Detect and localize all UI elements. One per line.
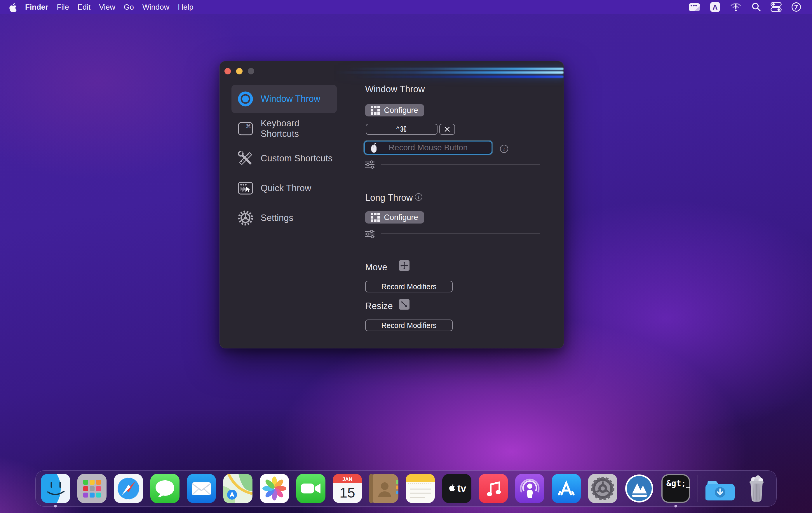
info-icon-long-throw[interactable]: i [415,193,422,201]
dock-item-mail[interactable] [187,474,216,503]
close-button[interactable] [225,68,231,74]
zoom-button[interactable] [248,68,254,74]
resize-cursor-icon [399,299,409,310]
app-window-icon[interactable] [688,2,700,12]
sidebar-label: Quick Throw [261,183,311,193]
dock-item-facetime[interactable] [296,474,325,503]
dock-item-safari[interactable] [114,474,143,503]
spotlight-icon[interactable] [751,2,761,12]
menu-item-edit[interactable]: Edit [77,3,90,12]
configure-button-long-throw[interactable]: Configure [365,211,424,223]
terminal-icon: &gt;_ [661,474,690,503]
desktop: Finder File Edit View Go Window Help A [0,0,812,513]
resize-label: Resize [365,301,393,311]
messages-icon [150,474,179,503]
svg-text:15: 15 [340,485,355,501]
menu-app-name[interactable]: Finder [25,3,48,12]
dock-item-apple-tv[interactable]: tv [442,474,471,503]
sidebar-label: Settings [261,213,293,223]
sidebar-item-settings[interactable]: Settings [231,204,337,232]
shortcut-value: ^⌘ [396,125,407,134]
dock-item-music[interactable] [479,474,508,503]
dock-item-maps[interactable] [223,474,253,503]
svg-text:&gt;_: &gt;_ [666,479,690,488]
menu-item-window[interactable]: Window [142,3,169,12]
mail-icon [187,474,216,503]
section-title-window-throw: Window Throw [365,84,425,95]
dock-item-calendar[interactable]: JAN 15 [333,474,362,503]
svg-text:tv: tv [457,483,466,494]
svg-text:⌘: ⌘ [246,123,251,129]
dock-item-launchpad[interactable] [77,474,107,503]
system-preferences-icon [588,474,617,503]
record-mouse-button-field[interactable]: Record Mouse Button [364,141,492,155]
dock-item-system-preferences[interactable] [588,474,617,503]
dock-item-podcasts[interactable] [515,474,544,503]
window-cursors-icon [235,181,256,196]
dock-item-photos[interactable] [260,474,289,503]
clear-shortcut-button[interactable] [439,124,455,135]
info-icon-mouse[interactable]: i [500,145,508,153]
dock-item-messages[interactable] [150,474,179,503]
app-store-icon [552,474,581,503]
move-label: Move [365,262,387,273]
grid-icon [371,106,380,115]
clock-icon[interactable] [791,2,802,12]
menu-item-help[interactable]: Help [178,3,193,12]
minimize-button[interactable] [236,68,242,74]
podcasts-icon [515,474,544,503]
wifi-alert-icon[interactable] [730,2,742,12]
dock-item-trash[interactable] [742,474,771,503]
dock-item-terminal[interactable]: &gt;_ [661,474,690,503]
dock-item-hookshot[interactable] [625,474,654,503]
sidebar-label: Custom Shortcuts [261,153,332,164]
control-center-icon[interactable] [771,2,782,12]
maps-icon [223,474,253,503]
dock-item-contacts[interactable] [369,474,398,503]
downloads-folder-icon [705,474,735,503]
menu-bar: Finder File Edit View Go Window Help A [0,0,812,14]
move-cursor-icon [399,260,409,271]
dock-item-downloads[interactable] [705,474,735,503]
divider [381,234,540,234]
advanced-options-toggle-window-throw[interactable] [365,160,375,171]
record-modifiers-button-resize[interactable]: Record Modifiers [365,320,453,331]
sidebar-item-window-throw[interactable]: Window Throw [231,85,337,113]
dock-item-notes[interactable] [406,474,435,503]
calendar-icon: JAN 15 [333,474,362,503]
music-icon [479,474,508,503]
apple-tv-icon: tv [442,474,471,503]
advanced-options-toggle-long-throw[interactable] [365,229,375,240]
finder-icon [41,474,70,503]
menu-item-file[interactable]: File [57,3,69,12]
grid-icon [371,213,380,222]
configure-label: Configure [384,106,418,115]
photos-icon [260,474,289,503]
shortcut-field[interactable]: ^⌘ [366,124,437,135]
facetime-icon [296,474,325,503]
configure-button-window-throw[interactable]: Configure [365,104,424,116]
sliders-icon [365,229,375,239]
menu-item-go[interactable]: Go [124,3,134,12]
dock: JAN 15 [35,471,777,507]
menu-item-view[interactable]: View [99,3,115,12]
notes-icon [406,474,435,503]
sidebar-label: Window Throw [261,94,320,104]
titlebar-streaks-decoration [334,65,563,85]
dock-separator [698,475,698,502]
svg-text:JAN: JAN [342,477,352,482]
gear-icon [235,210,256,227]
contacts-icon [369,474,398,503]
record-modifiers-button-move[interactable]: Record Modifiers [365,281,453,292]
input-source-icon[interactable]: A [710,2,720,12]
tools-icon [235,150,256,167]
mouse-icon [369,143,379,153]
keyboard-key-icon: ⌘ [235,121,256,136]
dock-item-finder[interactable] [41,474,70,503]
dock-item-app-store[interactable] [552,474,581,503]
sidebar-item-quick-throw[interactable]: Quick Throw [231,174,337,202]
trash-icon [742,474,771,503]
sidebar-item-custom-shortcuts[interactable]: Custom Shortcuts [231,145,337,173]
apple-menu-icon[interactable] [9,2,17,12]
sidebar-item-keyboard-shortcuts[interactable]: ⌘ Keyboard Shortcuts [231,115,337,143]
